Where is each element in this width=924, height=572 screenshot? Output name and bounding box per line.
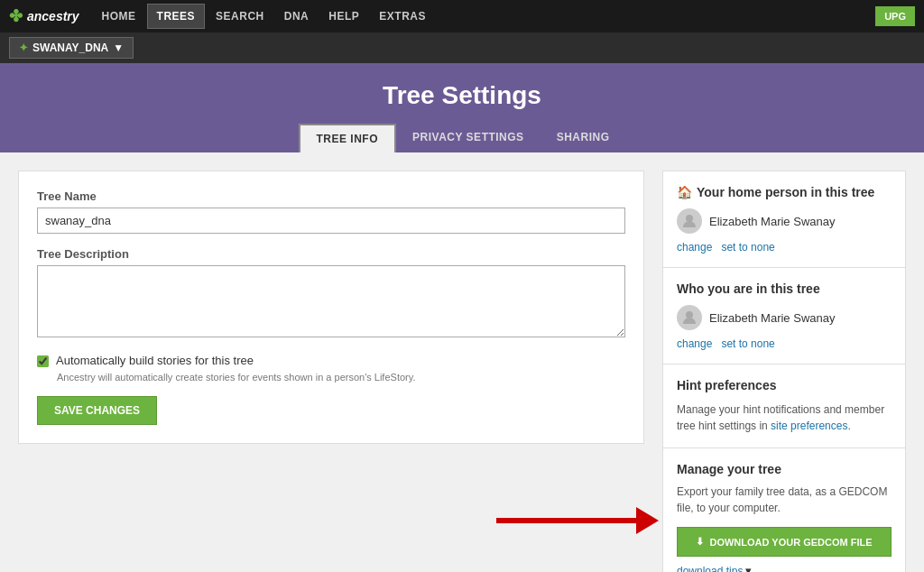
home-person-change-link[interactable]: change xyxy=(677,241,712,254)
who-you-are-title: Who you are in this tree xyxy=(677,281,892,296)
svg-point-1 xyxy=(686,311,693,318)
auto-stories-checkbox[interactable] xyxy=(37,355,49,367)
who-you-are-change-link[interactable]: change xyxy=(677,337,712,350)
tab-privacy-settings[interactable]: PRIVACY SETTINGS xyxy=(396,124,541,152)
tips-dropdown-icon: ▾ xyxy=(745,564,752,572)
tree-name-label: Tree Name xyxy=(37,189,625,203)
manage-tree-desc: Export your family tree data, as a GEDCO… xyxy=(677,484,892,516)
who-you-are-links: change set to none xyxy=(677,337,892,350)
download-gedcom-button[interactable]: ⬇ DOWNLOAD YOUR GEDCOM FILE xyxy=(677,527,892,557)
hint-preferences-title: Hint preferences xyxy=(677,378,892,392)
nav-help[interactable]: HELP xyxy=(319,5,368,28)
download-tips-link[interactable]: download tips xyxy=(677,565,743,573)
tab-tree-info[interactable]: TREE INFO xyxy=(299,124,397,152)
right-panel: 🏠 Your home person in this tree Elizabet… xyxy=(662,171,906,572)
upgrade-button[interactable]: UPG xyxy=(875,6,915,26)
who-you-are-avatar xyxy=(677,305,702,330)
nav-dna[interactable]: DNA xyxy=(275,5,319,28)
nav-trees[interactable]: TREES xyxy=(147,4,206,29)
tab-sharing[interactable]: SHARING xyxy=(541,124,626,152)
nav-search[interactable]: SEARCH xyxy=(207,5,273,28)
home-person-row: Elizabeth Marie Swanay xyxy=(677,208,892,234)
page-header: Tree Settings TREE INFO PRIVACY SETTINGS… xyxy=(0,63,924,152)
who-you-are-section: Who you are in this tree Elizabeth Marie… xyxy=(662,267,906,364)
dropdown-icon: ▼ xyxy=(113,42,124,54)
manage-tree-title: Manage your tree xyxy=(677,462,892,476)
who-you-are-set-none-link[interactable]: set to none xyxy=(721,337,774,350)
logo-text: ancestry xyxy=(27,9,79,23)
nav-items: HOME TREES SEARCH DNA HELP EXTRAS xyxy=(93,4,876,29)
home-person-name: Elizabeth Marie Swanay xyxy=(709,215,835,228)
home-person-section: 🏠 Your home person in this tree Elizabet… xyxy=(662,171,906,267)
tree-name-input[interactable] xyxy=(37,208,625,234)
auto-stories-desc: Ancestry will automatically create stori… xyxy=(57,372,625,383)
sub-navigation: ✦ SWANAY_DNA ▼ xyxy=(0,32,924,63)
nav-extras[interactable]: EXTRAS xyxy=(370,5,435,28)
svg-point-0 xyxy=(686,215,693,222)
svg-marker-3 xyxy=(636,507,659,534)
ancestry-logo-icon: ✤ xyxy=(9,6,23,26)
auto-stories-group: Automatically build stories for this tre… xyxy=(37,354,625,367)
home-person-avatar xyxy=(677,208,702,234)
download-icon: ⬇ xyxy=(696,536,704,548)
home-person-set-none-link[interactable]: set to none xyxy=(721,241,774,254)
red-arrow xyxy=(496,498,659,546)
logo[interactable]: ✤ ancestry xyxy=(9,6,79,26)
hint-preferences-desc: Manage your hint notifications and membe… xyxy=(677,401,892,434)
hint-preferences-section: Hint preferences Manage your hint notifi… xyxy=(662,364,906,447)
nav-home[interactable]: HOME xyxy=(93,5,145,28)
home-person-links: change set to none xyxy=(677,241,892,254)
tree-name-group: Tree Name xyxy=(37,189,625,234)
main-content: Tree Name Tree Description Automatically… xyxy=(0,152,924,572)
home-person-title: 🏠 Your home person in this tree xyxy=(677,185,892,199)
who-you-are-person-name: Elizabeth Marie Swanay xyxy=(709,311,835,325)
tree-selector[interactable]: ✦ SWANAY_DNA ▼ xyxy=(9,37,134,59)
site-preferences-link[interactable]: site preferences xyxy=(771,420,847,432)
who-you-are-person-row: Elizabeth Marie Swanay xyxy=(677,305,892,330)
left-panel: Tree Name Tree Description Automatically… xyxy=(18,171,644,444)
tree-selector-label: SWANAY_DNA xyxy=(32,42,108,54)
tree-desc-label: Tree Description xyxy=(37,247,625,261)
tree-icon: ✦ xyxy=(19,42,28,54)
auto-stories-label: Automatically build stories for this tre… xyxy=(56,354,254,367)
tree-desc-group: Tree Description xyxy=(37,247,625,340)
save-changes-button[interactable]: SAVE CHANGES xyxy=(37,396,157,425)
download-tips-row: download tips ▾ xyxy=(677,564,892,572)
header-tabs: TREE INFO PRIVACY SETTINGS SHARING xyxy=(0,124,924,152)
page-title: Tree Settings xyxy=(0,81,924,110)
top-navigation: ✤ ancestry HOME TREES SEARCH DNA HELP EX… xyxy=(0,0,924,32)
manage-tree-section: Manage your tree Export your family tree… xyxy=(662,447,906,572)
home-icon: 🏠 xyxy=(677,185,692,199)
tree-desc-textarea[interactable] xyxy=(37,265,625,337)
